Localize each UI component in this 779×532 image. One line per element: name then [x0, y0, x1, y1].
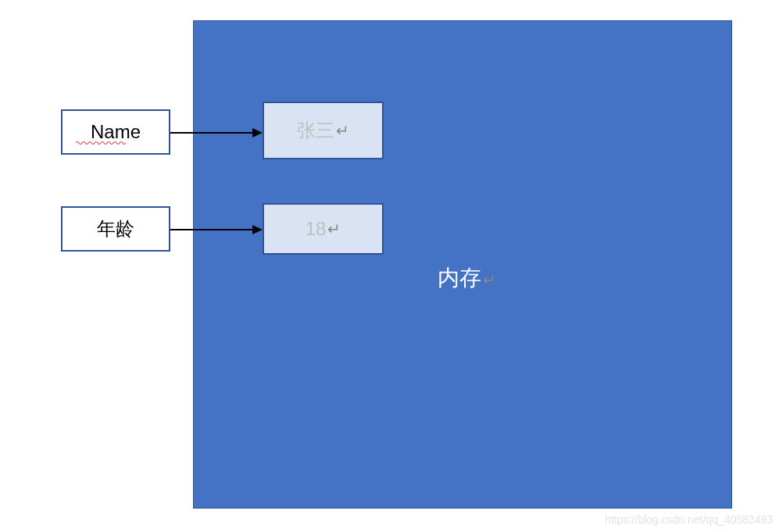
spellcheck-underline-icon [76, 141, 126, 145]
name-value-box: 张三 ↵ [263, 102, 384, 159]
svg-marker-3 [252, 225, 263, 234]
arrow-age-to-value [170, 222, 264, 237]
age-label-text: 年龄 [97, 216, 134, 241]
return-icon: ↵ [483, 271, 496, 288]
arrow-name-to-value [170, 125, 264, 141]
age-value-text: 18 [306, 218, 327, 240]
name-variable-label: Name [61, 109, 170, 155]
svg-marker-1 [252, 128, 263, 137]
age-value-box: 18 ↵ [263, 203, 384, 255]
watermark-text: https://blog.csdn.net/qq_40582493 [605, 513, 773, 526]
return-icon: ↵ [336, 121, 349, 140]
age-variable-label: 年龄 [61, 206, 170, 252]
memory-title-text: 内存 [438, 266, 481, 290]
name-value-text: 张三 [297, 118, 334, 143]
memory-title: 内存↵ [438, 263, 496, 293]
return-icon: ↵ [327, 220, 341, 238]
name-label-text: Name [91, 121, 141, 143]
